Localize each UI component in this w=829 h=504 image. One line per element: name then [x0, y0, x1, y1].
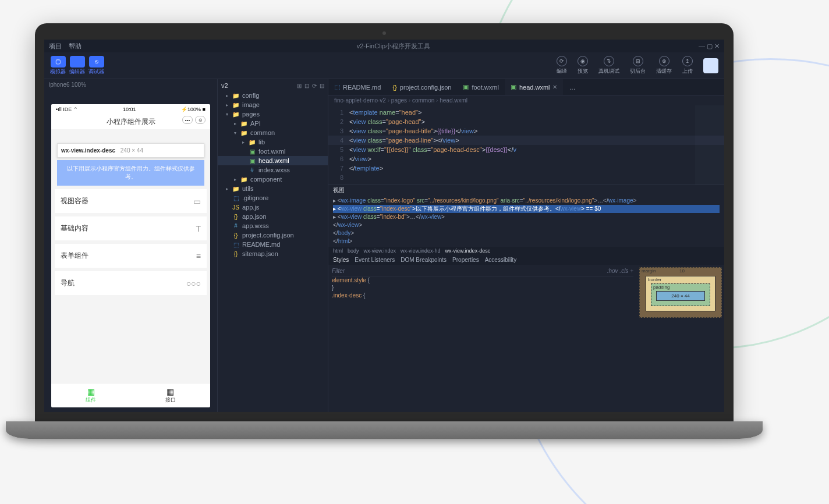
window-controls[interactable]: — ▢ ✕: [699, 42, 720, 50]
tree-item-utils[interactable]: ▸ 📁 utils: [218, 184, 328, 193]
new-folder-icon[interactable]: ⊡: [304, 83, 309, 89]
tree-item-.gitignore[interactable]: ⬚ .gitignore: [218, 193, 328, 203]
list-item[interactable]: 视图容器▭: [55, 189, 207, 213]
devtools: 视图 ▸ <wx-image class="index-logo" src=".…: [328, 184, 724, 412]
tree-item-app.json[interactable]: {} app.json: [218, 212, 328, 221]
simulator-device: iphone6 100%: [44, 79, 217, 90]
more-tabs-icon[interactable]: …: [563, 79, 581, 95]
window-title: v2-FinClip小程序开发工具: [88, 42, 699, 51]
new-file-icon[interactable]: ⊞: [297, 83, 302, 89]
tree-item-index.wxss[interactable]: # index.wxss: [218, 165, 328, 175]
phone-simulator: •ıll IDE ⌃ 10:01 ⚡100% ■ 小程序组件展示 ••• ⊙: [51, 104, 210, 407]
tree-item-project.config.json[interactable]: {} project.config.json: [218, 230, 328, 240]
file-json-icon: {}: [392, 84, 396, 91]
element-row[interactable]: </body>: [333, 229, 720, 237]
element-row[interactable]: ▸ <wx-view class="index-desc">以下将展示小程序官方…: [333, 205, 720, 213]
tree-item-pages[interactable]: ▾ 📁 pages: [218, 109, 328, 119]
styles-tab-DOM Breakpoints[interactable]: DOM Breakpoints: [401, 257, 447, 263]
simulator-pane: iphone6 100% •ıll IDE ⌃ 10:01 ⚡100% ■ 小程…: [44, 79, 218, 412]
tool-tab-编辑器[interactable]: 编辑器: [69, 56, 85, 76]
tree-item-foot.wxml[interactable]: ▣ foot.wxml: [218, 147, 328, 156]
bm-margin-top: 10: [679, 268, 685, 274]
toolbar-编译[interactable]: ⟳编译: [557, 56, 567, 75]
avatar[interactable]: [703, 58, 718, 73]
crumb-item[interactable]: body: [348, 248, 359, 254]
capsule-menu-icon[interactable]: •••: [182, 116, 193, 124]
toolbar-预览[interactable]: ◉预览: [578, 56, 588, 75]
toolbar-清缓存[interactable]: ⊗清缓存: [656, 56, 672, 75]
elements-panel[interactable]: ▸ <wx-image class="index-logo" src="../r…: [328, 196, 724, 247]
highlighted-element[interactable]: 以下用展示小程序官方组件用力。组件样式仅供参考。: [57, 160, 204, 186]
code-editor[interactable]: 1<template name="head">2 <view class="pa…: [328, 105, 724, 184]
bm-margin-label: margin: [642, 268, 656, 274]
tool-tab-模拟器[interactable]: ▢模拟器: [50, 56, 66, 76]
folder-icon: 📁: [232, 93, 240, 99]
menu-帮助[interactable]: 帮助: [69, 42, 82, 51]
tree-item-app.wxss[interactable]: # app.wxss: [218, 221, 328, 230]
menu-项目[interactable]: 项目: [49, 42, 62, 51]
tabbar-组件[interactable]: ▦组件: [51, 384, 131, 407]
tool-tab-调试器[interactable]: ⎋调试器: [88, 56, 104, 76]
styles-panel[interactable]: Filter :hov .cls + element.style { }.ind…: [328, 265, 637, 412]
list-item[interactable]: 导航○○○: [55, 271, 207, 295]
collapse-icon[interactable]: ⊟: [320, 83, 324, 89]
element-row[interactable]: ▸ <wx-image class="index-logo" src="../r…: [333, 197, 720, 205]
list-item[interactable]: 基础内容T: [55, 216, 207, 240]
editor-tab-foot.wxml[interactable]: ▣ foot.wxml: [457, 79, 504, 95]
ide-window: 项目帮助 v2-FinClip小程序开发工具 — ▢ ✕ ▢模拟器 编辑器 ⎋调…: [44, 40, 724, 412]
breadcrumb: fino-applet-demo-v2pagescommonhead.wxml: [328, 95, 724, 105]
list-item[interactable]: 表单组件≡: [55, 244, 207, 268]
explorer-root: v2: [221, 82, 228, 89]
phone-statusbar: •ıll IDE ⌃ 10:01 ⚡100% ■: [51, 104, 210, 115]
laptop-camera: [382, 31, 386, 35]
phone-tabbar: ▦组件 ▦接口: [51, 383, 210, 407]
tree-item-component[interactable]: ▸ 📁 component: [218, 175, 328, 184]
folder-icon: 📁: [248, 139, 256, 145]
editor-tab-project.config.json[interactable]: {} project.config.json: [387, 79, 457, 95]
tree-item-image[interactable]: ▸ 📁 image: [218, 100, 328, 109]
styles-tab-Styles[interactable]: Styles: [333, 257, 349, 263]
file-wxml-icon: ▣: [248, 148, 256, 155]
tree-item-README.md[interactable]: ⬚ README.md: [218, 240, 328, 249]
crumb-item[interactable]: wx-view.index-desc: [445, 248, 491, 254]
crumb-item[interactable]: wx-view.index-hd: [401, 248, 441, 254]
editor-tab-README.md[interactable]: ⬚ README.md: [328, 79, 387, 95]
styles-toggles[interactable]: :hov .cls +: [607, 267, 633, 275]
box-model: margin 10 border padding 240 × 44: [637, 265, 724, 412]
editor-tab-head.wxml[interactable]: ▣ head.wxml✕: [505, 79, 564, 95]
file-md-icon: ⬚: [334, 83, 340, 91]
editor-area: ⬚ README.md {} project.config.json ▣ foo…: [328, 79, 724, 412]
tree-item-lib[interactable]: ▸ 📁 lib: [218, 137, 328, 147]
tree-item-API[interactable]: ▸ 📁 API: [218, 119, 328, 128]
tree-item-common[interactable]: ▾ 📁 common: [218, 128, 328, 137]
elements-breadcrumb[interactable]: htmlbodywx-view.indexwx-view.index-hdwx-…: [328, 247, 724, 255]
toolbar-真机调试[interactable]: ⇅真机调试: [598, 56, 619, 75]
element-row[interactable]: ▸ <wx-view class="index-bd">…</wx-view>: [333, 213, 720, 221]
toolbar-切后台[interactable]: ⊟切后台: [630, 56, 646, 75]
toolbar-上传[interactable]: ↥上传: [682, 56, 693, 75]
crumb-item[interactable]: wx-view.index: [364, 248, 396, 254]
tabbar-接口[interactable]: ▦接口: [131, 384, 211, 407]
refresh-icon[interactable]: ⟳: [312, 83, 317, 89]
capsule-close-icon[interactable]: ⊙: [195, 116, 206, 124]
minimap[interactable]: [695, 105, 724, 184]
styles-tab-Event Listeners[interactable]: Event Listeners: [355, 257, 395, 263]
phone-title-text: 小程序组件展示: [107, 118, 155, 126]
file-explorer: v2 ⊞ ⊡ ⟳ ⊟ ▸ 📁 config ▸ 📁 image ▾ 📁 page…: [218, 79, 328, 412]
devtools-tab[interactable]: 视图: [333, 186, 345, 194]
element-row[interactable]: </html>: [333, 237, 720, 246]
tree-item-head.wxml[interactable]: ▣ head.wxml: [218, 156, 328, 165]
element-row[interactable]: </wx-view>: [333, 221, 720, 229]
tree-item-sitemap.json[interactable]: {} sitemap.json: [218, 249, 328, 258]
styles-tab-Properties[interactable]: Properties: [452, 257, 479, 263]
tree-item-config[interactable]: ▸ 📁 config: [218, 91, 328, 100]
tree-item-app.js[interactable]: JS app.js: [218, 203, 328, 212]
status-signal: •ıll IDE ⌃: [56, 107, 78, 112]
close-icon[interactable]: ✕: [552, 84, 557, 90]
styles-filter[interactable]: Filter: [332, 267, 345, 275]
titlebar: 项目帮助 v2-FinClip小程序开发工具 — ▢ ✕: [44, 40, 724, 52]
styles-tab-Accessibility[interactable]: Accessibility: [485, 257, 516, 263]
laptop-frame: 项目帮助 v2-FinClip小程序开发工具 — ▢ ✕ ▢模拟器 编辑器 ⎋调…: [35, 23, 734, 439]
crumb-item[interactable]: html: [333, 248, 343, 254]
file-json-icon: {}: [232, 214, 240, 220]
